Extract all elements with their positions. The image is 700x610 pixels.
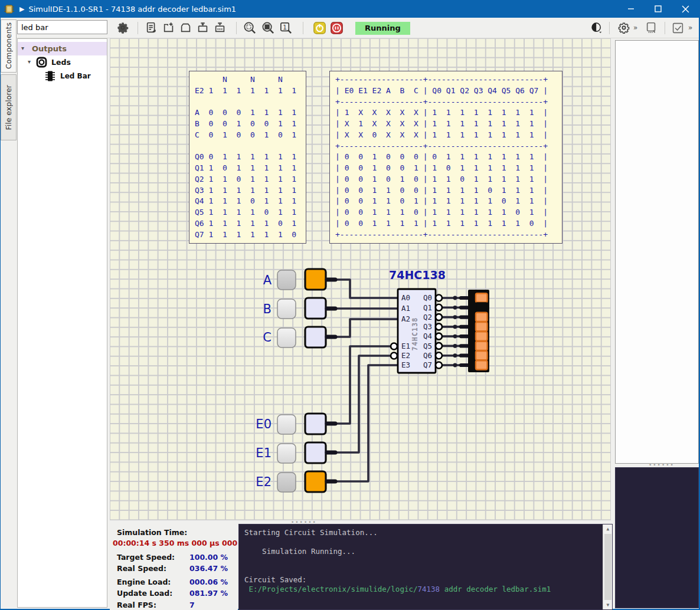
pin-label-q0: Q0 — [423, 293, 432, 302]
config-gear-button[interactable] — [616, 20, 632, 35]
engine-load-value: 000.06 % — [189, 578, 228, 586]
open-circuit-button[interactable] — [178, 20, 194, 35]
pin-label-a0: A0 — [401, 293, 410, 302]
state-indicators — [305, 269, 326, 492]
push-button-e1[interactable] — [277, 444, 296, 463]
find-button[interactable] — [644, 20, 659, 35]
maximize-icon — [655, 5, 662, 12]
console-line: Circuit Saved: — [244, 575, 306, 584]
minimize-button[interactable] — [617, 0, 645, 18]
save-circuit-icon — [197, 21, 210, 34]
path-prefix: E:/Projects/electronix/simulide/logic/ — [244, 585, 418, 593]
close-icon — [682, 5, 689, 13]
pin-label-a1: A1 — [401, 304, 410, 313]
pin-label-e2: E2 — [401, 351, 410, 360]
zoom-fit-icon — [261, 21, 275, 35]
path-highlight: 74138 — [418, 585, 440, 593]
play-icon: ▶ — [19, 5, 24, 13]
indicator-e2[interactable] — [305, 471, 326, 492]
zoom-one-icon: 1 — [279, 21, 293, 35]
circuit-canvas[interactable]: N N N E2 1 1 1 1 1 1 1 A 0 0 0 1 1 1 1 B… — [110, 38, 611, 520]
console-line: Simulation Running... — [244, 547, 355, 556]
led-bar-icon — [44, 70, 56, 82]
push-button-a[interactable] — [277, 270, 296, 290]
wire-e1 — [336, 356, 390, 452]
indicator-stubs — [327, 280, 335, 481]
tab-components[interactable]: Components — [1, 19, 17, 73]
push-buttons — [277, 270, 296, 492]
circuit-info-button[interactable] — [144, 20, 159, 35]
toolbar-separator — [665, 22, 665, 34]
tab-file-explorer[interactable]: File explorer — [1, 74, 17, 140]
pin-label-e3: E3 — [401, 360, 410, 369]
gear-icon — [116, 21, 129, 34]
indicator-a[interactable] — [305, 269, 326, 290]
led-category-icon — [36, 57, 47, 68]
settings-button[interactable] — [115, 20, 130, 35]
svg-text:1: 1 — [283, 23, 287, 30]
led-segment-5 — [476, 342, 488, 350]
maximize-button[interactable] — [645, 0, 672, 18]
overflow-chevron[interactable]: » — [633, 24, 637, 32]
real-fps-value: 7 — [189, 601, 195, 609]
indicator-c[interactable] — [305, 327, 326, 347]
console-line: Starting Circuit Simulation... — [244, 528, 378, 537]
component-search-input[interactable] — [17, 20, 107, 34]
toolbar: 1 Running — [1, 18, 699, 38]
pin-label-a2: A2 — [401, 314, 410, 323]
push-button-c[interactable] — [277, 328, 296, 347]
new-circuit-button[interactable] — [161, 20, 176, 35]
checklist-button[interactable] — [670, 20, 685, 35]
target-speed-value: 100.00 % — [189, 553, 228, 562]
push-button-e0[interactable] — [277, 415, 296, 434]
close-button[interactable] — [672, 0, 699, 18]
scrollbar-thumb[interactable] — [604, 534, 611, 600]
zoom-one-button[interactable]: 1 — [278, 20, 293, 35]
scroll-up-icon[interactable]: ▲ — [603, 526, 613, 532]
real-speed-value: 036.47 % — [189, 564, 228, 573]
open-circuit-icon — [179, 21, 192, 34]
pin-label-q5: Q5 — [423, 342, 432, 350]
scroll-down-icon[interactable]: ▼ — [603, 602, 613, 608]
indicator-b[interactable] — [305, 298, 326, 319]
tree-item-outputs[interactable]: ▾ Outputs — [18, 42, 107, 55]
pin-label-q1: Q1 — [423, 303, 432, 312]
app-icon — [4, 4, 15, 15]
input-label-a: A — [263, 273, 272, 287]
update-load-label: Update Load: — [117, 589, 172, 598]
theme-button[interactable] — [589, 20, 604, 35]
find-icon — [645, 21, 658, 34]
tree-item-led-bar[interactable]: Led Bar — [18, 69, 107, 83]
pause-icon — [331, 22, 343, 34]
input-label-e0: E0 — [256, 417, 272, 431]
input-label-e2: E2 — [256, 475, 272, 489]
input-label-e1: E1 — [256, 446, 272, 460]
led-bar-pins — [461, 298, 467, 365]
push-button-b[interactable] — [277, 299, 296, 319]
target-speed-label: Target Speed: — [117, 553, 175, 562]
save-as-circuit-button[interactable] — [212, 20, 228, 35]
tree-item-leds[interactable]: ▾ Leds — [18, 55, 107, 69]
circuit-drawing: A B C E0 E1 E2 — [110, 38, 611, 520]
pin-label-q7: Q7 — [423, 360, 432, 369]
titlebar[interactable]: ▶ SimulIDE-1.1.0-SR1 - 74138 addr decode… — [1, 0, 699, 18]
pause-button[interactable] — [329, 20, 344, 35]
toolbar-separator — [609, 22, 610, 34]
zoom-selected-button[interactable] — [242, 20, 257, 35]
indicator-e0[interactable] — [305, 414, 326, 434]
chevron-down-icon[interactable]: ▾ — [28, 58, 31, 65]
push-button-e2[interactable] — [277, 473, 296, 492]
save-circuit-button[interactable] — [195, 20, 211, 35]
app-window: ▶ SimulIDE-1.1.0-SR1 - 74138 addr decode… — [0, 0, 700, 610]
chevron-down-icon[interactable]: ▾ — [21, 45, 24, 51]
real-fps-label: Real FPS: — [117, 601, 156, 609]
power-icon — [313, 22, 326, 34]
zoom-fit-button[interactable] — [260, 20, 276, 35]
update-load-value: 081.97 % — [189, 589, 228, 598]
save-as-circuit-icon — [214, 21, 227, 34]
indicator-e1[interactable] — [305, 442, 326, 463]
overflow-chevron[interactable]: » — [688, 24, 692, 32]
power-button[interactable] — [312, 20, 327, 35]
sim-time-label: Simulation Time: — [117, 528, 187, 537]
console-scrollbar[interactable]: ▲ ▼ — [603, 524, 612, 609]
